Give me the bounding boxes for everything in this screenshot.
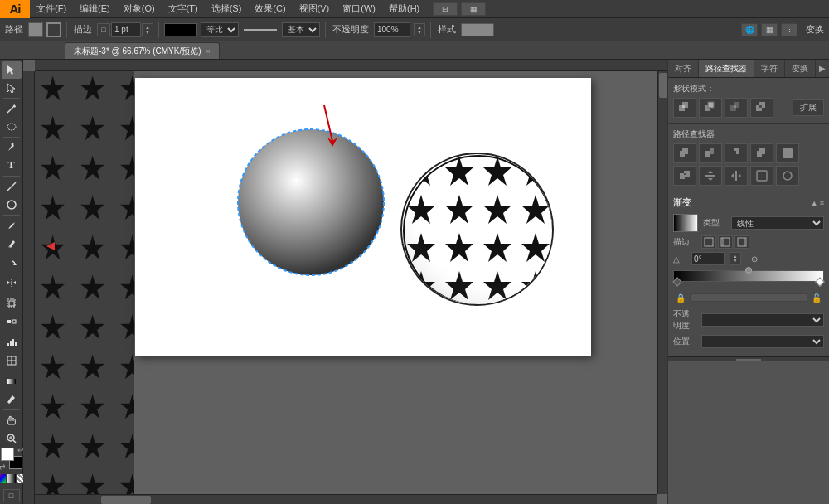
zoom-tool[interactable] [2, 430, 22, 448]
menu-window[interactable]: 窗口(W) [336, 0, 382, 17]
stroke-box[interactable]: □ [97, 23, 110, 36]
line-style-select1[interactable]: 等比 [201, 22, 239, 37]
stroke-width-spinner[interactable]: ▲ ▼ [142, 23, 153, 36]
ellipse-tool[interactable] [2, 196, 22, 214]
stroke-icon-3[interactable] [734, 235, 749, 249]
svg-rect-19 [12, 339, 14, 346]
stroke-width-input[interactable] [111, 22, 141, 37]
magic-wand-tool[interactable] [2, 100, 22, 118]
gradient-lock-icon[interactable]: 🔒 [675, 292, 686, 303]
document-tab[interactable]: 未标题-3* @ 66.67% (CMYK/预览) × [65, 42, 220, 59]
normal-mode-btn[interactable]: □ [3, 489, 20, 502]
panel-tab-transform[interactable]: 变换 [785, 60, 816, 77]
toolbar-more-btn[interactable]: ⋮ [781, 23, 797, 36]
tab-close-btn[interactable]: × [206, 47, 211, 56]
reflect-tool[interactable] [2, 274, 22, 292]
hand-tool[interactable] [2, 412, 22, 429]
style-preview[interactable] [461, 23, 494, 36]
line-style-select2[interactable]: 基本 [282, 22, 320, 37]
panel-menu-btn[interactable]: ≡ [820, 199, 824, 207]
rotate-tool[interactable] [2, 256, 22, 274]
eyedropper-tool[interactable] [2, 391, 22, 409]
angle-spinner[interactable]: ▲ ▼ [730, 252, 741, 265]
pathfinder-btn-9[interactable] [750, 166, 773, 186]
panel-resize-handle[interactable] [668, 356, 829, 361]
svg-marker-11 [13, 281, 16, 284]
svg-point-5 [11, 143, 13, 146]
shape-mode-intersect[interactable] [725, 98, 748, 118]
pathfinder-btn-7[interactable] [699, 166, 722, 186]
mesh-tool[interactable] [2, 352, 22, 370]
paintbrush-tool[interactable] [2, 217, 22, 235]
fill-swatch[interactable] [1, 448, 14, 461]
tool-sep-1 [3, 98, 20, 99]
svg-rect-52 [734, 105, 736, 108]
opacity-input[interactable] [374, 22, 410, 37]
shape-mode-unite[interactable] [673, 98, 696, 118]
opacity-select[interactable] [701, 313, 824, 327]
type-tool[interactable]: T [2, 158, 22, 175]
stroke-icon-2[interactable] [718, 235, 733, 249]
gradient-stop-right[interactable] [815, 277, 824, 286]
scale-tool[interactable] [2, 295, 22, 313]
pathfinder-btn-6[interactable] [673, 166, 696, 186]
toolbar-view-btn[interactable]: ▦ [761, 23, 778, 36]
toolbar-globe-btn[interactable]: 🌐 [741, 23, 758, 36]
svg-rect-12 [9, 301, 14, 306]
gradient-bar[interactable] [673, 270, 824, 282]
gradient-stop-left[interactable] [672, 277, 681, 286]
fill-stroke-swatches[interactable]: ⇄ ↩ [1, 448, 22, 469]
position-select[interactable] [701, 335, 824, 348]
h-scroll-thumb[interactable] [101, 496, 151, 504]
direct-select-tool[interactable] [2, 80, 22, 97]
column-graph-tool[interactable] [2, 334, 22, 351]
shape-mode-exclude[interactable] [750, 98, 773, 118]
toolbar-stroke-color[interactable] [46, 22, 61, 37]
menu-help[interactable]: 帮助(H) [382, 0, 426, 17]
panel-tab-char[interactable]: 字符 [754, 60, 785, 77]
pathfinder-btn-8[interactable] [725, 166, 748, 186]
gradient-type-select[interactable]: 线性 径向 [731, 216, 824, 230]
stroke-icon-1[interactable] [701, 235, 716, 249]
menu-file[interactable]: 文件(F) [30, 0, 73, 17]
gradient-mode-btn[interactable] [7, 474, 16, 483]
blend-tool[interactable] [2, 313, 22, 331]
pathfinder-btn-4[interactable] [750, 143, 773, 163]
menu-edit[interactable]: 编辑(E) [73, 0, 117, 17]
line-tool[interactable] [2, 178, 22, 196]
lasso-tool[interactable] [2, 119, 22, 136]
color-mode-btn[interactable] [0, 474, 6, 483]
v-scroll-thumb[interactable] [659, 73, 667, 98]
pathfinder-btn-5[interactable] [776, 143, 799, 163]
angle-input[interactable] [691, 252, 725, 265]
gradient-unlock-icon[interactable]: 🔓 [811, 292, 822, 303]
panel-tab-align[interactable]: 对齐 [668, 60, 699, 77]
pencil-tool[interactable] [2, 235, 22, 253]
menu-text[interactable]: 文字(T) [162, 0, 205, 17]
pathfinder-btn-10[interactable] [776, 166, 799, 186]
expand-btn[interactable]: 扩展 [793, 99, 824, 116]
gradient-tool[interactable] [2, 373, 22, 390]
gradient-midpoint[interactable] [745, 267, 752, 274]
toolbar-right-btn2[interactable]: ▦ [461, 2, 486, 16]
shape-mode-minus-front[interactable] [699, 98, 722, 118]
opacity-spinner[interactable]: ▲ ▼ [414, 23, 425, 36]
menu-object[interactable]: 对象(O) [117, 0, 162, 17]
panel-tab-pathfinder[interactable]: 路径查找器 [699, 60, 754, 77]
select-tool[interactable] [2, 61, 22, 79]
menu-select[interactable]: 选择(S) [205, 0, 249, 17]
gradient-preview-box[interactable] [673, 214, 698, 232]
toolbar-fill-color[interactable] [28, 22, 43, 37]
panel-tab-arrow[interactable]: ▶ [819, 64, 829, 73]
menu-effect[interactable]: 效果(C) [248, 0, 292, 17]
shape-mode-buttons-row: 扩展 [673, 98, 824, 118]
toolbar-right-btn1[interactable]: ⊟ [433, 2, 458, 16]
h-scrollbar[interactable] [35, 494, 657, 504]
pathfinder-btn-2[interactable] [699, 143, 722, 163]
pathfinder-btn-3[interactable] [725, 143, 748, 163]
v-scrollbar[interactable] [657, 71, 667, 494]
pathfinder-btn-1[interactable] [673, 143, 696, 163]
menu-view[interactable]: 视图(V) [293, 0, 337, 17]
panel-collapse-btn[interactable]: ▲ [811, 199, 818, 207]
pen-tool[interactable] [2, 139, 22, 157]
